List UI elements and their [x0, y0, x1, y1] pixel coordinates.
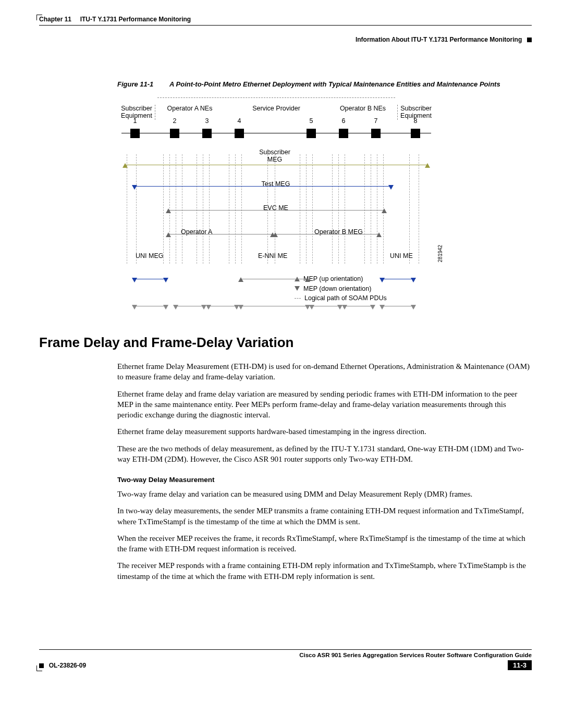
paragraph: Ethernet frame Delay Measurement (ETH-DM…	[117, 361, 532, 382]
decorative-square-icon	[527, 38, 532, 42]
diagram-top-labels: Subscriber Equipment Operator A NEs Serv…	[117, 105, 435, 120]
page-footer: Cisco ASR 901 Series Aggregation Service…	[39, 649, 532, 658]
page-number: 11-3	[508, 660, 532, 670]
page-header: Chapter 11 ITU-T Y.1731 Performance Moni…	[39, 16, 532, 26]
document-id: OL-23826-09	[49, 662, 86, 669]
paragraph: Ethernet frame delay measurement support…	[117, 426, 532, 437]
figure-block: Figure 11-1 A Point-to-Point Metro Ether…	[117, 80, 532, 303]
figure-number: Figure 11-1	[117, 80, 169, 88]
paragraph: Two-way frame delay and variation can be…	[117, 489, 532, 499]
paragraph: In two-way delay measurements, the sende…	[117, 505, 532, 527]
paragraph: These are the two methods of delay measu…	[117, 443, 532, 465]
mep-down-icon	[295, 286, 300, 291]
label-operator-a-nes: Operator A NEs	[156, 105, 224, 120]
chapter-label: Chapter 11 ITU-T Y.1731 Performance Moni…	[39, 16, 191, 23]
logical-path-icon	[295, 298, 301, 299]
label-uni-meg: UNI MEG	[136, 252, 163, 260]
subsection-heading: Two-way Delay Measurement	[117, 476, 532, 484]
label-enni-me: E-NNI ME	[258, 252, 287, 260]
body-text: Ethernet frame Delay Measurement (ETH-DM…	[117, 361, 532, 582]
paragraph: Ethernet frame delay and frame delay var…	[117, 389, 532, 421]
chapter-number: Chapter 11	[39, 16, 71, 23]
paragraph: The receiver MEP responds with a frame c…	[117, 560, 532, 582]
section-heading: Frame Delay and Frame-Delay Variation	[39, 335, 532, 351]
paragraph: When the receiver MEP receives the frame…	[117, 533, 532, 554]
chapter-title: ITU-T Y.1731 Performance Monitoring	[80, 16, 191, 23]
figure-ref-number: 281942	[437, 245, 443, 262]
figure-title: A Point-to-Point Metro Ethernet Deployme…	[169, 80, 532, 88]
section-title-right: Information About ITU-T Y.1731 Performan…	[356, 36, 522, 43]
diagram-node-row: 1 2 3 4 5 6 7 8	[117, 122, 435, 144]
label-uni-me: UNI ME	[390, 252, 413, 260]
label-subscriber-meg: Subscriber MEG	[254, 149, 296, 164]
network-diagram: Subscriber Equipment Operator A NEs Serv…	[117, 97, 435, 303]
footer-guide-title: Cisco ASR 901 Series Aggregation Service…	[39, 652, 532, 658]
